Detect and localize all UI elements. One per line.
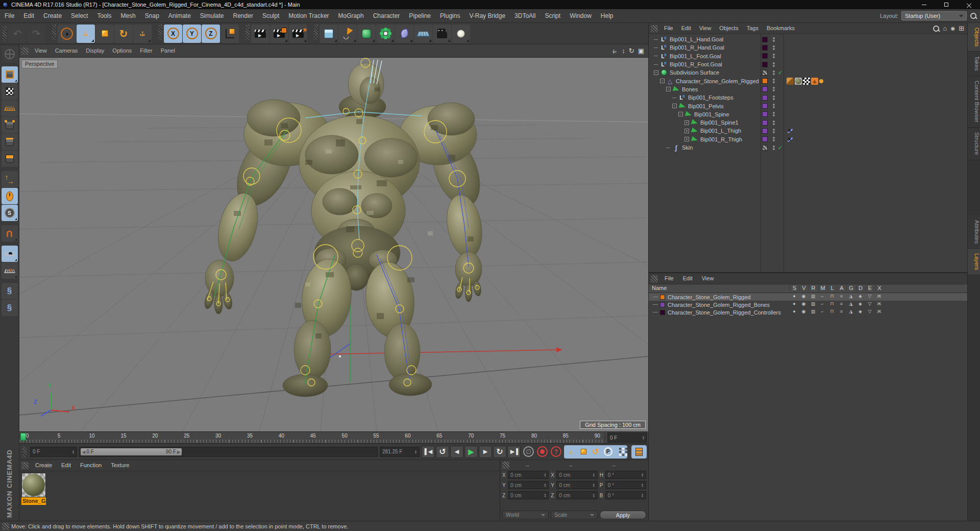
search-icon[interactable]	[970, 12, 977, 19]
layer-row-character-stone-golem-rigged-bones[interactable]: Character_Stone_Golem_Rigged_Bones●◉▥⌐⊓≡…	[649, 301, 967, 308]
visibility-icon[interactable]: ◉	[799, 294, 808, 299]
play-forwards-button[interactable]: ▶	[464, 446, 478, 458]
preview-range-bar[interactable]: ◀ 0 F 90 F ▶	[81, 448, 182, 455]
timeline-frame-field[interactable]: 0 F ▲▼	[607, 432, 647, 443]
visibility-icon[interactable]: ◉	[799, 309, 808, 314]
current-frame-field[interactable]: 0 F ▲▼	[30, 447, 77, 457]
menu-mesh[interactable]: Mesh	[116, 9, 140, 22]
manager-icon[interactable]: ⌐	[818, 309, 827, 314]
expand-toggle[interactable]: +	[684, 129, 689, 133]
menu-file[interactable]: File	[0, 9, 19, 22]
layer-color-chip[interactable]	[762, 62, 768, 67]
menu-tools[interactable]: Tools	[92, 9, 116, 22]
world-dropdown[interactable]: World	[502, 511, 549, 519]
scale-button[interactable]	[95, 25, 114, 43]
menu-plugins[interactable]: Plugins	[435, 9, 464, 22]
spinner-icon[interactable]: ▲▼	[642, 436, 645, 440]
spinner-icon[interactable]: ▲▼	[414, 450, 417, 454]
spinner-icon[interactable]: ▲▼	[593, 473, 595, 477]
close-button[interactable]	[958, 0, 980, 9]
workplane-mode-button[interactable]	[2, 100, 18, 116]
menu-render[interactable]: Render	[229, 9, 258, 22]
lock-z-button[interactable]: Z	[202, 25, 220, 43]
spinner-icon[interactable]: ▲▼	[544, 493, 546, 497]
animation-icon[interactable]: ≡	[837, 294, 846, 299]
lock-x-button[interactable]: X	[164, 25, 182, 43]
tab-attributes[interactable]: Attributes	[968, 215, 980, 249]
timeline-playhead[interactable]	[20, 433, 26, 441]
toggle-view-icon[interactable]: ▣	[638, 47, 644, 55]
render-picture-viewer-button[interactable]: ▶	[270, 25, 288, 43]
previous-frame-button[interactable]: ◀	[450, 446, 463, 458]
tab-takes[interactable]: Takes	[968, 52, 980, 76]
coordinate-system-button[interactable]	[220, 25, 239, 43]
coordinate-input[interactable]: 0 °▲▼	[605, 481, 646, 489]
layer-color-chip[interactable]	[762, 111, 768, 117]
materials-menu-texture[interactable]: Texture	[106, 460, 134, 471]
lock-y-button[interactable]: Y	[183, 25, 201, 43]
object-row-bip001-spine[interactable]: −Bip001_Spine	[649, 110, 967, 118]
om-menu-bookmarks[interactable]: Bookmarks	[763, 23, 799, 34]
toolbar-drag-handle[interactable]	[3, 26, 7, 41]
object-row-bip001-r-hand-goal[interactable]: L0Bip001_R_Hand.Goal	[649, 43, 967, 52]
lock-icon[interactable]: ⊓	[827, 301, 837, 306]
collapse-toggle[interactable]: −	[660, 79, 665, 83]
layer-color-chip[interactable]	[762, 53, 768, 59]
autokeying-button[interactable]	[537, 446, 548, 457]
enable-axis-button[interactable]	[2, 171, 18, 187]
coordinate-input[interactable]: 0 cm▲▼	[556, 491, 597, 499]
coordinate-input[interactable]: 0 °▲▼	[605, 471, 646, 479]
generators-icon[interactable]: ◮	[846, 294, 855, 299]
add-cube-button[interactable]	[320, 25, 338, 43]
play-cycle-button[interactable]: ↻	[493, 446, 506, 458]
visibility-dots[interactable]	[773, 111, 775, 117]
key-parameter-button[interactable]: P	[602, 446, 614, 457]
render-icon[interactable]: ▥	[808, 301, 818, 306]
spinner-icon[interactable]: ▲▼	[72, 450, 75, 454]
make-editable-button[interactable]	[2, 46, 18, 62]
layer-color-chip[interactable]	[660, 310, 665, 315]
visibility-dots[interactable]	[773, 45, 775, 51]
edges-mode-button[interactable]	[2, 134, 18, 150]
polygons-mode-button[interactable]	[2, 151, 18, 167]
visibility-dots[interactable]	[773, 86, 775, 92]
menu-pipeline[interactable]: Pipeline	[404, 9, 435, 22]
visibility-dots[interactable]	[773, 70, 775, 76]
solo-icon[interactable]: ●	[790, 301, 799, 306]
uvw-tag[interactable]	[803, 78, 810, 85]
visibility-dots[interactable]	[773, 103, 775, 109]
layer-color-chip[interactable]	[660, 302, 665, 307]
texture-tag[interactable]	[795, 78, 802, 85]
menu-snap[interactable]: Snap	[140, 9, 164, 22]
layers-drag-handle[interactable]	[651, 275, 658, 282]
deformers-icon[interactable]: ◈	[856, 301, 865, 306]
display-dot-tag[interactable]	[819, 79, 823, 83]
visibility-dots[interactable]	[773, 53, 775, 59]
render-icon[interactable]: ▥	[808, 309, 818, 314]
transport-drag-handle[interactable]	[22, 446, 27, 457]
spinner-icon[interactable]: ▲▼	[641, 473, 644, 477]
viewport-menu-filter[interactable]: Filter	[136, 44, 156, 57]
object-row-bip001-r-thigh[interactable]: +Bip001_R_Thigh	[649, 135, 967, 143]
tab-layers[interactable]: Layers	[968, 249, 980, 275]
layer-color-chip[interactable]	[762, 45, 768, 51]
visibility-dots[interactable]	[773, 62, 775, 67]
materials-drag-handle[interactable]	[21, 462, 29, 469]
spinner-icon[interactable]: ▲▼	[544, 473, 546, 477]
max-frame-field[interactable]: 281.25 F ▲▼	[380, 447, 420, 457]
menu-window[interactable]: Window	[565, 9, 596, 22]
layer-color-chip[interactable]	[762, 136, 768, 142]
spinner-icon[interactable]: ▲▼	[641, 483, 644, 487]
layer-row-character-stone-golem-rigged[interactable]: Character_Stone_Golem_Rigged●◉▥⌐⊓≡◮◈▽Ж	[649, 293, 967, 301]
points-mode-button[interactable]	[2, 117, 18, 133]
rotate-button[interactable]: ↻	[114, 25, 133, 43]
collapse-toggle[interactable]: −	[654, 70, 658, 75]
workplane-lock-button[interactable]	[2, 246, 18, 262]
render-view-button[interactable]: ▶	[251, 25, 270, 43]
om-menu-file[interactable]: File	[660, 23, 677, 34]
menu-select[interactable]: Select	[66, 9, 92, 22]
weight-tag[interactable]	[787, 78, 794, 85]
enable-snap-button[interactable]: U	[2, 225, 18, 242]
om-home-icon[interactable]: ⌂	[943, 25, 947, 32]
object-row-bip001-l-hand-goal[interactable]: L0Bip001_L_Hand.Goal	[649, 35, 967, 43]
